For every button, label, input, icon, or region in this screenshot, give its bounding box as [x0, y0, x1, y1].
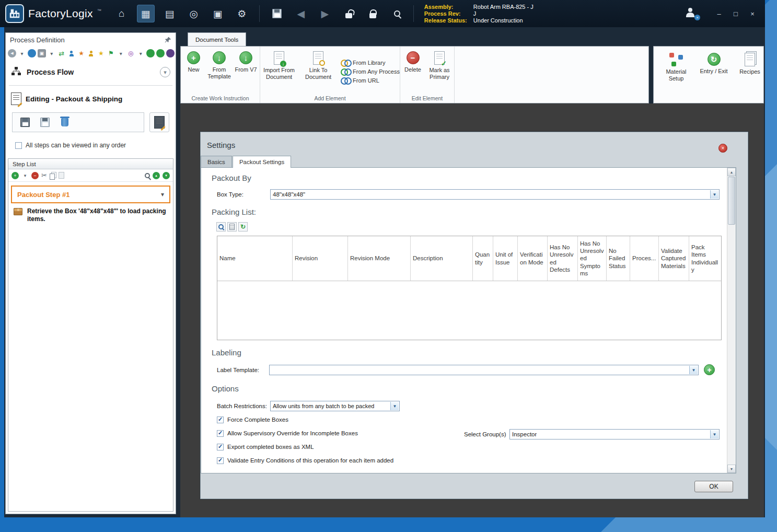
home-icon[interactable]	[113, 5, 131, 22]
from-v7-button[interactable]: From V7	[235, 50, 258, 92]
delete-element-button[interactable]: Delete	[401, 50, 424, 92]
save-step-icon[interactable]	[17, 114, 33, 130]
batch-restrictions-dropdown[interactable]: Allow units from any batch to be packed	[270, 401, 400, 411]
col-validate-captured-materials[interactable]: Validate Captured Materials	[659, 236, 689, 281]
delete-step-icon[interactable]	[56, 114, 73, 130]
col-process[interactable]: Proces...	[630, 236, 659, 281]
documents-icon[interactable]	[209, 5, 227, 22]
find-material-icon[interactable]	[216, 222, 226, 232]
print-icon[interactable]	[38, 49, 46, 57]
tools-icon[interactable]	[77, 49, 86, 57]
import-from-document-button[interactable]: Import From Document	[260, 50, 298, 92]
flag-icon[interactable]	[107, 49, 115, 57]
web-view-icon[interactable]	[28, 49, 36, 57]
process-map-icon[interactable]	[126, 49, 135, 57]
unlock-icon[interactable]	[340, 5, 358, 22]
save-icon[interactable]	[268, 5, 286, 22]
step-instruction[interactable]: Retrieve the Box '48"x48"x48"' to load p…	[13, 207, 169, 223]
link-to-document-button[interactable]: Link To Document	[299, 50, 337, 92]
back-icon[interactable]	[292, 5, 310, 22]
lock-icon[interactable]	[364, 5, 382, 22]
dialog-close-icon[interactable]	[718, 144, 727, 153]
forward-icon[interactable]	[316, 5, 334, 22]
col-verification-mode[interactable]: Verification Mode	[518, 236, 548, 281]
maximize-button[interactable]	[732, 10, 740, 18]
dropdown-arrow-icon[interactable]	[710, 430, 718, 438]
col-unit-of-issue[interactable]: Unit of Issue	[493, 236, 518, 281]
collapse-all-icon[interactable]	[163, 172, 170, 179]
add-step-caret-icon[interactable]	[21, 172, 29, 179]
refresh-packing-list-icon[interactable]	[238, 222, 248, 232]
col-description[interactable]: Description	[411, 236, 473, 281]
dropdown-arrow-icon[interactable]	[710, 190, 718, 199]
import-step-icon[interactable]	[37, 114, 53, 130]
step-expand-icon[interactable]	[161, 191, 164, 198]
tab-basics[interactable]: Basics	[201, 156, 232, 167]
operations-icon[interactable]	[185, 5, 203, 22]
process-flow-row[interactable]: Process Flow	[6, 63, 176, 81]
operator-icon[interactable]	[87, 49, 96, 57]
recipes-button[interactable]: Recipes	[736, 52, 763, 103]
dialog-scrollbar[interactable]	[727, 168, 736, 473]
undo-icon[interactable]	[8, 49, 16, 57]
minimize-button[interactable]	[715, 10, 723, 18]
cut-step-icon[interactable]	[41, 171, 47, 179]
expand-all-icon[interactable]	[153, 172, 160, 179]
col-pack-items-individually[interactable]: Pack Items Individually	[689, 236, 721, 281]
process-search-icon[interactable]	[388, 5, 406, 22]
col-revision-mode[interactable]: Revision Mode	[348, 236, 411, 281]
find-step-icon[interactable]	[145, 173, 150, 178]
from-library-button[interactable]: From Library	[341, 60, 400, 66]
step-item-packout-1[interactable]: Packout Step #1	[11, 186, 170, 203]
user-icon[interactable]	[685, 7, 698, 20]
map-menu-caret-icon[interactable]	[136, 49, 145, 57]
production-icon[interactable]	[161, 5, 179, 22]
scroll-up-icon[interactable]	[727, 168, 736, 176]
label-template-dropdown[interactable]	[269, 365, 699, 375]
select-groups-dropdown[interactable]: Inspector	[509, 429, 720, 440]
tab-document-tools[interactable]: Document Tools	[188, 32, 246, 46]
assign-user-icon[interactable]	[67, 49, 76, 57]
mark-as-primary-button[interactable]: Mark as Primary	[426, 50, 453, 92]
from-any-process-button[interactable]: From Any Process	[341, 68, 400, 75]
any-order-checkbox[interactable]: All steps can be viewed in any order	[15, 141, 126, 150]
collapse-section-icon[interactable]	[160, 67, 170, 77]
col-name[interactable]: Name	[217, 236, 293, 281]
col-no-failed-status[interactable]: No Failed Status	[607, 236, 630, 281]
export-xml-checkbox[interactable]: Export completed boxes as XML	[217, 443, 314, 451]
edit-instruction-icon[interactable]	[149, 112, 169, 132]
select-from-list-icon[interactable]	[227, 222, 237, 232]
from-url-button[interactable]: From URL	[341, 77, 400, 84]
process-definition-icon[interactable]	[137, 5, 155, 22]
col-revision[interactable]: Revision	[293, 236, 348, 281]
close-button[interactable]	[748, 10, 757, 18]
remove-step-icon[interactable]	[31, 172, 39, 179]
scroll-thumb[interactable]	[728, 177, 735, 225]
paste-step-icon[interactable]	[59, 172, 64, 179]
force-complete-checkbox[interactable]: Force Complete Boxes	[217, 415, 288, 424]
undo-menu-caret-icon[interactable]	[18, 49, 26, 57]
validate-entry-checkbox[interactable]: Validate Entry Conditions of this operat…	[217, 456, 393, 465]
new-instruction-button[interactable]: New	[183, 50, 204, 92]
flag-menu-caret-icon[interactable]	[117, 49, 125, 57]
dropdown-arrow-icon[interactable]	[390, 402, 399, 410]
material-setup-button[interactable]: Material Setup	[661, 52, 691, 103]
supervisory-override-checkbox[interactable]: Allow Supervisory Override for Incomplet…	[217, 429, 358, 437]
ok-button[interactable]: OK	[694, 481, 733, 492]
start-icon[interactable]	[146, 49, 155, 57]
entry-exit-button[interactable]: Entry / Exit	[698, 52, 730, 103]
pin-icon[interactable]	[165, 37, 171, 43]
tab-packout-settings[interactable]: Packout Settings	[233, 156, 291, 168]
resume-icon[interactable]	[156, 49, 165, 57]
schedule-icon[interactable]	[166, 49, 175, 57]
col-quantity[interactable]: Quantity	[473, 236, 493, 281]
from-template-button[interactable]: From Template	[206, 50, 233, 92]
add-step-icon[interactable]	[11, 172, 19, 179]
box-type-dropdown[interactable]: 48"x48"x48"	[270, 189, 720, 200]
col-has-no-unresolved-defects[interactable]: Has No Unresolved Defects	[548, 236, 578, 281]
print-menu-caret-icon[interactable]	[48, 49, 56, 57]
col-has-no-unresolved-symptoms[interactable]: Has No Unresolved Symptoms	[578, 236, 607, 281]
scroll-down-icon[interactable]	[727, 465, 736, 473]
dropdown-arrow-icon[interactable]	[689, 366, 698, 374]
award-icon[interactable]	[97, 49, 105, 57]
